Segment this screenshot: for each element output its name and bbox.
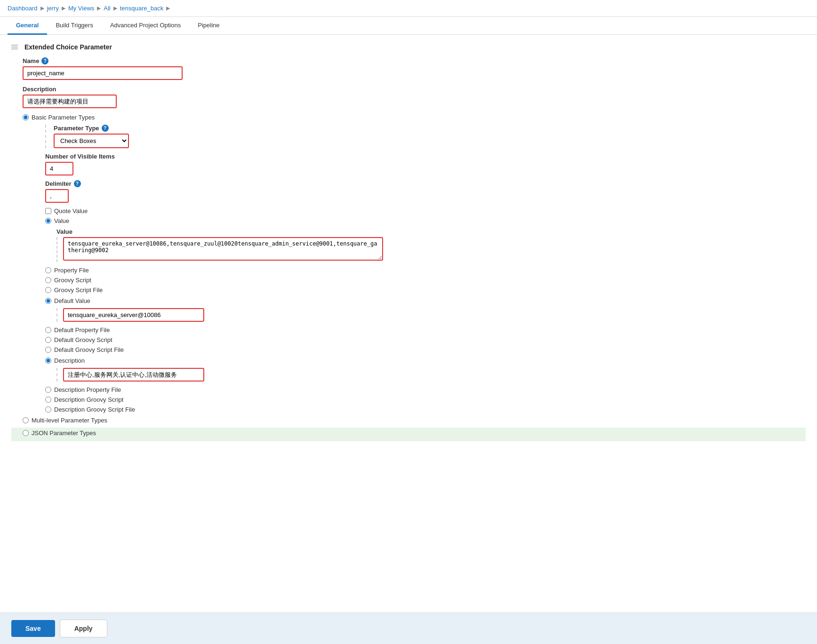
default-groovy-script-file-label: Default Groovy Script File (54, 346, 124, 353)
value-label: Value (56, 228, 806, 235)
breadcrumb-dashboard[interactable]: Dashboard (8, 5, 38, 12)
default-groovy-script-file-radio[interactable] (45, 347, 51, 353)
multi-level-label: Multi-level Parameter Types (32, 417, 107, 424)
desc-radio-label: Description (54, 357, 85, 364)
param-type-label: Parameter Type ? (54, 125, 806, 132)
default-groovy-script-radio[interactable] (45, 337, 51, 343)
groovy-script-radio-item: Groovy Script (45, 277, 806, 284)
tab-pipeline[interactable]: Pipeline (189, 17, 228, 35)
default-value-label: Default Value (54, 297, 90, 304)
value-radio-item: Value (45, 217, 806, 224)
groovy-script-file-radio-item: Groovy Script File (45, 286, 806, 294)
description-label: Description (23, 86, 806, 93)
groovy-script-label: Groovy Script (54, 277, 91, 284)
desc-content-input[interactable] (63, 368, 204, 382)
json-param-label: JSON Parameter Types (32, 429, 96, 437)
param-type-group: Parameter Type ? Check Boxes Single Sele… (11, 125, 806, 148)
quote-value-group: Quote Value (11, 207, 806, 215)
value-content-group: Value tensquare_eureka_server@10086,tens… (11, 228, 806, 262)
property-file-label: Property File (54, 267, 89, 274)
basic-param-radio-item: Basic Parameter Types (23, 114, 806, 121)
main-content: Extended Choice Parameter Name ? Descrip… (0, 35, 817, 641)
section-title: Extended Choice Parameter (24, 43, 112, 51)
default-groovy-script-radio-item: Default Groovy Script (45, 336, 806, 343)
value-radio-group: Value (11, 217, 806, 224)
default-property-file-radio-item: Default Property File (45, 326, 806, 334)
default-groovy-script-file-radio-item: Default Groovy Script File (45, 346, 806, 353)
name-input[interactable] (23, 66, 183, 80)
desc-groovy-script-radio[interactable] (45, 397, 51, 403)
description-input[interactable] (23, 95, 117, 108)
quote-value-label: Quote Value (54, 207, 88, 215)
multi-level-group: Multi-level Parameter Types (11, 417, 806, 424)
visible-items-group: Number of Visible Items (11, 153, 806, 175)
quote-value-checkbox[interactable] (45, 208, 51, 214)
json-param-radio[interactable] (23, 430, 29, 436)
multi-level-radio[interactable] (23, 417, 29, 423)
default-property-file-label: Default Property File (54, 326, 110, 334)
json-param-group: JSON Parameter Types (11, 428, 806, 441)
tab-general[interactable]: General (8, 17, 47, 35)
delimiter-label: Delimiter ? (45, 180, 806, 187)
default-value-input[interactable] (63, 308, 204, 322)
save-button[interactable]: Save (11, 620, 55, 637)
apply-button[interactable]: Apply (60, 620, 107, 637)
desc-groovy-script-label: Description Groovy Script (54, 396, 123, 403)
basic-param-radio[interactable] (23, 114, 29, 120)
visible-items-label: Number of Visible Items (45, 153, 806, 160)
breadcrumb: Dashboard ▶ jerry ▶ My Views ▶ All ▶ ten… (0, 0, 817, 17)
name-group: Name ? (11, 57, 806, 80)
property-file-radio-item: Property File (45, 267, 806, 274)
tab-build-triggers[interactable]: Build Triggers (47, 17, 101, 35)
param-type-select[interactable]: Check Boxes Single Select Multi Select R… (54, 134, 129, 148)
default-value-content-group (11, 308, 806, 322)
desc-property-file-radio-item: Description Property File (45, 386, 806, 393)
bottom-bar: Save Apply (0, 612, 817, 641)
desc-content-group (11, 368, 806, 382)
desc-radio[interactable] (45, 358, 51, 364)
desc-radio-group: Description (11, 357, 806, 364)
basic-param-radio-group: Basic Parameter Types (11, 114, 806, 121)
basic-param-label: Basic Parameter Types (32, 114, 95, 121)
delimiter-help-icon[interactable]: ? (74, 180, 81, 187)
default-other-radio-group: Default Property File Default Groovy Scr… (11, 326, 806, 353)
default-property-file-radio[interactable] (45, 327, 51, 333)
name-label: Name ? (23, 57, 806, 64)
value-radio-label: Value (54, 217, 69, 224)
tab-advanced-project-options[interactable]: Advanced Project Options (102, 17, 189, 35)
groovy-script-file-label: Groovy Script File (54, 286, 103, 294)
breadcrumb-jerry[interactable]: jerry (47, 5, 59, 12)
drag-handle[interactable] (11, 45, 18, 49)
delimiter-group: Delimiter ? (11, 180, 806, 203)
breadcrumb-project[interactable]: tensquare_back (120, 5, 164, 12)
value-textarea[interactable]: tensquare_eureka_server@10086,tensquare_… (63, 237, 383, 261)
desc-property-file-radio[interactable] (45, 387, 51, 393)
breadcrumb-all[interactable]: All (104, 5, 110, 12)
desc-groovy-script-file-radio[interactable] (45, 406, 51, 413)
breadcrumb-myviews[interactable]: My Views (68, 5, 94, 12)
default-value-radio-item: Default Value (45, 297, 806, 304)
property-file-radio-group: Property File Groovy Script Groovy Scrip… (11, 267, 806, 294)
value-radio[interactable] (45, 218, 51, 224)
default-value-radio[interactable] (45, 298, 51, 304)
default-groovy-script-label: Default Groovy Script (54, 336, 112, 343)
desc-radio-item: Description (45, 357, 806, 364)
visible-items-input[interactable] (45, 162, 73, 175)
desc-groovy-script-radio-item: Description Groovy Script (45, 396, 806, 403)
property-file-radio[interactable] (45, 267, 51, 273)
groovy-script-file-radio[interactable] (45, 287, 51, 293)
desc-property-file-label: Description Property File (54, 386, 121, 393)
desc-other-radio-group: Description Property File Description Gr… (11, 386, 806, 413)
groovy-script-radio[interactable] (45, 277, 51, 283)
json-param-radio-item: JSON Parameter Types (23, 429, 794, 437)
multi-level-radio-item: Multi-level Parameter Types (23, 417, 806, 424)
default-value-radio-group: Default Value (11, 297, 806, 304)
tabs-bar: General Build Triggers Advanced Project … (0, 17, 817, 35)
desc-groovy-script-file-radio-item: Description Groovy Script File (45, 406, 806, 413)
param-type-help-icon[interactable]: ? (102, 125, 109, 132)
name-help-icon[interactable]: ? (41, 57, 48, 64)
description-group: Description (11, 86, 806, 108)
desc-groovy-script-file-label: Description Groovy Script File (54, 406, 135, 413)
delimiter-input[interactable] (45, 189, 69, 203)
section-header: Extended Choice Parameter (11, 43, 806, 51)
